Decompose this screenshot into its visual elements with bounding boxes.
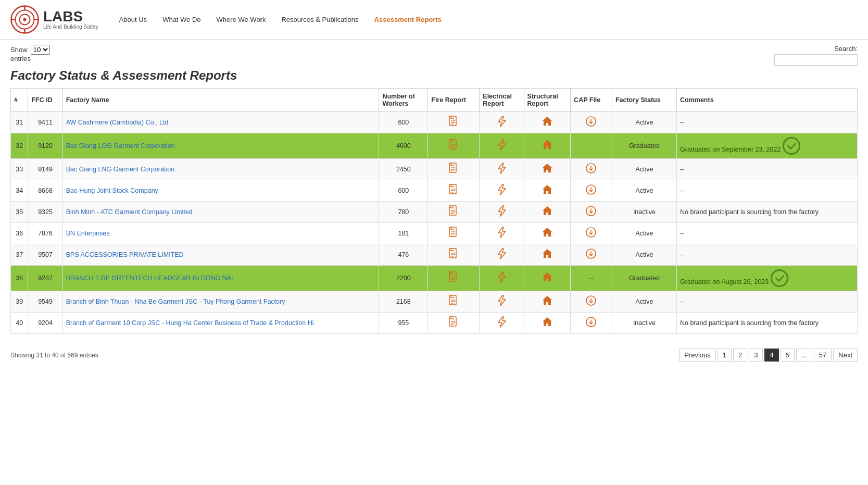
row-factory-name[interactable]: Bac Giang LNG Garment Corporation <box>62 159 379 180</box>
row-num: 36 <box>11 223 28 244</box>
electrical-report-icon[interactable] <box>497 167 506 176</box>
electrical-report-icon[interactable] <box>497 299 506 308</box>
fire-report-icon[interactable] <box>448 167 459 176</box>
next-button[interactable]: Next <box>833 349 858 362</box>
page-btn-4[interactable]: 4 <box>764 349 778 362</box>
structural-report-icon[interactable] <box>542 276 553 284</box>
row-factory-name[interactable]: Bao Hung Joint Stock Company <box>62 180 379 202</box>
fire-report-icon[interactable] <box>448 120 459 129</box>
page-btn-ellipsis[interactable]: ... <box>796 349 812 362</box>
nav-where-we-work[interactable]: Where We Work <box>217 16 266 23</box>
cap-file-icon[interactable] <box>585 167 597 176</box>
fire-report-icon[interactable] <box>448 143 459 152</box>
electrical-report-icon[interactable] <box>497 320 506 329</box>
nav-resources[interactable]: Resources & Publications <box>281 16 358 23</box>
row-cap <box>571 180 612 202</box>
cap-file-icon[interactable] <box>585 299 597 308</box>
electrical-report-icon[interactable] <box>497 209 506 218</box>
row-cap: -- <box>571 266 612 291</box>
row-factory-name[interactable]: BPS ACCESSORIES PRIVATE LIMITED <box>62 244 379 266</box>
nav-assessment-reports[interactable]: Assessment Reports <box>374 16 442 23</box>
table-row: 35 9325 Binh Minh - ATC Garment Company … <box>11 202 858 223</box>
row-factory-name[interactable]: AW Cashmere (Cambodia) Co., Ltd <box>62 112 379 133</box>
cap-file-icon[interactable] <box>585 252 597 261</box>
fire-report-icon[interactable] <box>448 320 459 329</box>
page-btn-3[interactable]: 3 <box>749 349 763 362</box>
electrical-report-icon[interactable] <box>497 276 506 284</box>
row-ffc: 8668 <box>28 180 62 202</box>
col-num: # <box>11 89 28 112</box>
cap-file-icon[interactable] <box>585 120 597 129</box>
cap-file-icon[interactable] <box>585 320 597 329</box>
row-structural <box>524 313 571 334</box>
entries-select[interactable]: 10 25 50 <box>31 45 50 55</box>
row-factory-name[interactable]: Bac Giang LGG Garment Corporation <box>62 133 379 159</box>
electrical-report-icon[interactable] <box>497 231 506 240</box>
row-status: Graduated <box>612 266 676 291</box>
row-workers: 4600 <box>379 133 428 159</box>
row-ffc: 9287 <box>28 266 62 291</box>
row-status: Active <box>612 223 676 244</box>
cap-file-icon[interactable] <box>585 188 597 197</box>
structural-report-icon[interactable] <box>542 143 553 152</box>
comment-cell: -- <box>676 112 857 133</box>
structural-report-icon[interactable] <box>542 299 553 308</box>
fire-report-icon[interactable] <box>448 209 459 218</box>
row-structural <box>524 112 571 133</box>
row-factory-name[interactable]: Branch of Binh Thuan - Nha Be Garment JS… <box>62 291 379 313</box>
svg-point-3 <box>23 18 27 21</box>
comment-cell: -- <box>676 244 857 266</box>
row-workers: 780 <box>379 202 428 223</box>
row-workers: 600 <box>379 180 428 202</box>
row-factory-name[interactable]: Branch of Garment 10 Corp JSC - Hung Ha … <box>62 313 379 334</box>
pagination: Previous 1 2 3 4 5 ... 57 Next <box>679 349 858 362</box>
col-structural: StructuralReport <box>524 89 571 112</box>
cap-file-icon[interactable] <box>585 231 597 240</box>
page-btn-1[interactable]: 1 <box>718 349 732 362</box>
logo-text: LABS Life And Building Safety <box>43 9 98 30</box>
fire-report-icon[interactable] <box>448 188 459 197</box>
row-fire <box>428 223 480 244</box>
labs-logo-icon <box>10 5 39 34</box>
row-electrical <box>480 223 524 244</box>
page-btn-57[interactable]: 57 <box>814 349 832 362</box>
search-area: Search: <box>774 45 858 66</box>
fire-report-icon[interactable] <box>448 299 459 308</box>
structural-report-icon[interactable] <box>542 320 553 329</box>
electrical-report-icon[interactable] <box>497 188 506 197</box>
row-cap <box>571 244 612 266</box>
row-cap <box>571 112 612 133</box>
fire-report-icon[interactable] <box>448 231 459 240</box>
structural-report-icon[interactable] <box>542 120 553 129</box>
structural-report-icon[interactable] <box>542 209 553 218</box>
page-btn-2[interactable]: 2 <box>733 349 747 362</box>
graduated-check-icon <box>783 137 800 155</box>
page-title: Factory Status & Assessment Reports <box>10 68 858 83</box>
structural-report-icon[interactable] <box>542 231 553 240</box>
nav-what-we-do[interactable]: What We Do <box>162 16 200 23</box>
structural-report-icon[interactable] <box>542 167 553 176</box>
structural-report-icon[interactable] <box>542 252 553 261</box>
row-ffc: 9325 <box>28 202 62 223</box>
page-btn-5[interactable]: 5 <box>781 349 795 362</box>
comment-cell: -- <box>676 291 857 313</box>
electrical-report-icon[interactable] <box>497 252 506 261</box>
cap-file-icon[interactable] <box>585 209 597 218</box>
fire-report-icon[interactable] <box>448 252 459 261</box>
row-factory-name[interactable]: BN Enterprises <box>62 223 379 244</box>
row-factory-name[interactable]: BRANCH 1 OF GREENTECH HEADGEAR IN DONG N… <box>62 266 379 291</box>
fire-report-icon[interactable] <box>448 276 459 284</box>
row-fire <box>428 244 480 266</box>
show-entries-block: Show 10 25 50 entries <box>10 45 50 63</box>
nav-about-us[interactable]: About Us <box>119 16 147 23</box>
entries-label: entries <box>10 55 50 63</box>
row-ffc: 7876 <box>28 223 62 244</box>
structural-report-icon[interactable] <box>542 188 553 197</box>
row-factory-name[interactable]: Binh Minh - ATC Garment Company Limited <box>62 202 379 223</box>
electrical-report-icon[interactable] <box>497 120 506 129</box>
row-structural <box>524 202 571 223</box>
prev-button[interactable]: Previous <box>679 349 716 362</box>
search-input[interactable] <box>774 54 858 66</box>
row-num: 37 <box>11 244 28 266</box>
electrical-report-icon[interactable] <box>497 143 506 152</box>
